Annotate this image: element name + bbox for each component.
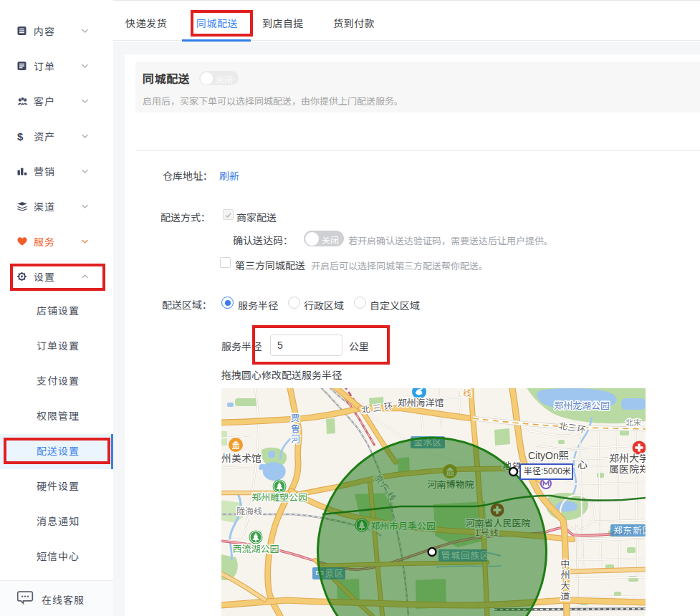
svg-text:郑州雕塑公园: 郑州雕塑公园 <box>251 492 307 503</box>
svg-text:线: 线 <box>463 388 471 398</box>
svg-text:郑东新区: 郑东新区 <box>613 526 646 536</box>
svg-text:州: 州 <box>560 569 570 580</box>
svg-text:大: 大 <box>560 580 570 591</box>
svg-text:鲁: 鲁 <box>291 423 300 434</box>
svg-text:心: 心 <box>577 459 588 471</box>
svg-text:西流湖公园: 西流湖公园 <box>232 544 279 554</box>
svg-text:道: 道 <box>560 591 570 602</box>
svg-text:北宋: 北宋 <box>625 418 641 427</box>
svg-text:河: 河 <box>291 434 300 445</box>
svg-text:半径:5000米: 半径:5000米 <box>524 466 571 476</box>
svg-text:郑州龙湖公园: 郑州龙湖公园 <box>554 400 610 411</box>
svg-text:郑州美术馆: 郑州美术馆 <box>221 453 262 464</box>
svg-text:CityOn熙: CityOn熙 <box>528 450 569 461</box>
svg-text:贾: 贾 <box>291 413 300 423</box>
svg-text:中: 中 <box>560 559 570 569</box>
svg-text:陇海线: 陇海线 <box>236 506 262 516</box>
svg-text:郑州海洋馆: 郑州海洋馆 <box>397 398 444 408</box>
svg-text:郑州大学: 郑州大学 <box>609 453 646 464</box>
svg-text:属医院郑: 属医院郑 <box>609 463 646 475</box>
